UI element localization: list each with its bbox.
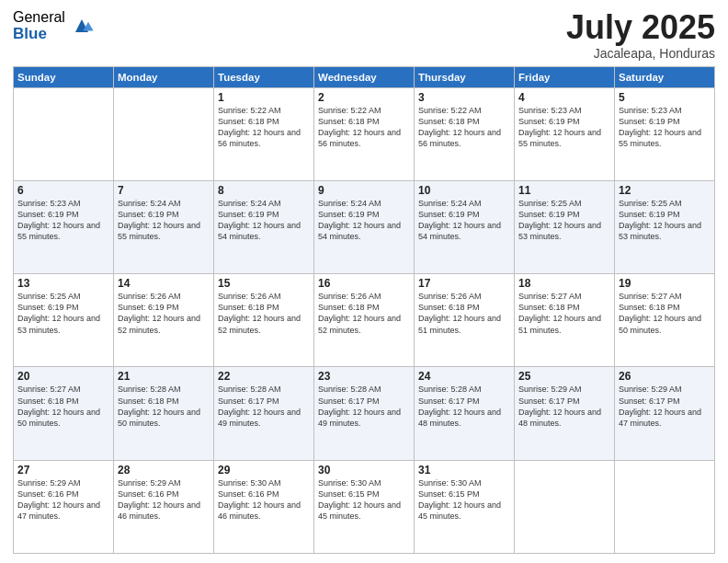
calendar-day-cell: 15Sunrise: 5:26 AMSunset: 6:18 PMDayligh… [214,274,314,367]
calendar-day-cell: 21Sunrise: 5:28 AMSunset: 6:18 PMDayligh… [114,367,214,460]
calendar-day-cell [14,87,114,180]
day-info: Sunrise: 5:30 AMSunset: 6:15 PMDaylight:… [418,477,510,523]
calendar-day-cell: 10Sunrise: 5:24 AMSunset: 6:19 PMDayligh… [415,180,515,273]
day-info: Sunrise: 5:26 AMSunset: 6:18 PMDaylight:… [218,291,310,336]
day-info: Sunrise: 5:26 AMSunset: 6:18 PMDaylight:… [318,291,410,336]
day-number: 3 [418,91,510,104]
day-of-week-header: Sunday [14,66,114,87]
calendar-day-cell: 24Sunrise: 5:28 AMSunset: 6:17 PMDayligh… [415,367,515,460]
day-number: 24 [418,370,510,383]
calendar-day-cell: 4Sunrise: 5:23 AMSunset: 6:19 PMDaylight… [515,87,615,180]
day-info: Sunrise: 5:29 AMSunset: 6:16 PMDaylight:… [17,477,109,523]
day-number: 26 [619,370,711,383]
calendar-day-cell: 22Sunrise: 5:28 AMSunset: 6:17 PMDayligh… [214,367,314,460]
day-info: Sunrise: 5:25 AMSunset: 6:19 PMDaylight:… [17,291,109,336]
day-info: Sunrise: 5:29 AMSunset: 6:17 PMDaylight:… [518,384,610,429]
calendar-day-cell: 25Sunrise: 5:29 AMSunset: 6:17 PMDayligh… [515,367,615,460]
calendar-week-row: 1Sunrise: 5:22 AMSunset: 6:18 PMDaylight… [14,87,715,180]
calendar-day-cell: 11Sunrise: 5:25 AMSunset: 6:19 PMDayligh… [515,180,615,273]
day-of-week-header: Friday [515,66,615,87]
day-info: Sunrise: 5:25 AMSunset: 6:19 PMDaylight:… [518,198,610,243]
calendar-day-cell: 27Sunrise: 5:29 AMSunset: 6:16 PMDayligh… [14,460,114,553]
logo-text: General Blue [13,9,65,42]
day-info: Sunrise: 5:28 AMSunset: 6:17 PMDaylight:… [318,384,410,429]
day-number: 5 [619,91,711,104]
day-number: 30 [318,464,410,477]
day-info: Sunrise: 5:26 AMSunset: 6:19 PMDaylight:… [118,291,210,336]
logo: General Blue [13,9,95,42]
day-number: 13 [17,277,109,290]
day-info: Sunrise: 5:25 AMSunset: 6:19 PMDaylight:… [619,198,711,243]
day-info: Sunrise: 5:23 AMSunset: 6:19 PMDaylight:… [17,198,109,243]
day-info: Sunrise: 5:27 AMSunset: 6:18 PMDaylight:… [17,384,109,429]
day-number: 14 [118,277,210,290]
day-number: 25 [518,370,610,383]
day-info: Sunrise: 5:27 AMSunset: 6:18 PMDaylight:… [518,291,610,336]
day-info: Sunrise: 5:24 AMSunset: 6:19 PMDaylight:… [218,198,310,243]
day-of-week-header: Thursday [415,66,515,87]
day-number: 23 [318,370,410,383]
day-info: Sunrise: 5:27 AMSunset: 6:18 PMDaylight:… [619,291,711,336]
main-title: July 2025 [566,9,715,46]
day-of-week-header: Wednesday [314,66,415,87]
day-number: 8 [218,184,310,197]
calendar-day-cell: 31Sunrise: 5:30 AMSunset: 6:15 PMDayligh… [415,460,515,553]
day-number: 27 [17,464,109,477]
subtitle: Jacaleapa, Honduras [566,46,715,61]
day-info: Sunrise: 5:22 AMSunset: 6:18 PMDaylight:… [418,105,510,150]
day-of-week-header: Saturday [615,66,715,87]
calendar-week-row: 20Sunrise: 5:27 AMSunset: 6:18 PMDayligh… [14,367,715,460]
day-number: 9 [318,184,410,197]
calendar-day-cell [615,460,715,553]
day-number: 28 [118,464,210,477]
calendar-day-cell: 20Sunrise: 5:27 AMSunset: 6:18 PMDayligh… [14,367,114,460]
calendar-day-cell [114,87,214,180]
day-info: Sunrise: 5:24 AMSunset: 6:19 PMDaylight:… [318,198,410,243]
calendar-day-cell: 7Sunrise: 5:24 AMSunset: 6:19 PMDaylight… [114,180,214,273]
page: General Blue July 2025 Jacaleapa, Hondur… [0,0,728,563]
day-info: Sunrise: 5:24 AMSunset: 6:19 PMDaylight:… [118,198,210,243]
day-number: 21 [118,370,210,383]
calendar-table: SundayMondayTuesdayWednesdayThursdayFrid… [13,66,715,554]
day-number: 18 [518,277,610,290]
logo-general: General [13,9,65,26]
day-info: Sunrise: 5:26 AMSunset: 6:18 PMDaylight:… [418,291,510,336]
calendar-day-cell: 18Sunrise: 5:27 AMSunset: 6:18 PMDayligh… [515,274,615,367]
calendar-header-row: SundayMondayTuesdayWednesdayThursdayFrid… [14,66,715,87]
day-number: 12 [619,184,711,197]
day-number: 31 [418,464,510,477]
day-of-week-header: Monday [114,66,214,87]
day-number: 11 [518,184,610,197]
calendar-day-cell: 1Sunrise: 5:22 AMSunset: 6:18 PMDaylight… [214,87,314,180]
calendar-day-cell: 29Sunrise: 5:30 AMSunset: 6:16 PMDayligh… [214,460,314,553]
calendar-day-cell: 17Sunrise: 5:26 AMSunset: 6:18 PMDayligh… [415,274,515,367]
day-info: Sunrise: 5:30 AMSunset: 6:16 PMDaylight:… [218,477,310,523]
day-number: 7 [118,184,210,197]
day-info: Sunrise: 5:23 AMSunset: 6:19 PMDaylight:… [619,105,711,150]
calendar-day-cell: 16Sunrise: 5:26 AMSunset: 6:18 PMDayligh… [314,274,415,367]
day-number: 16 [318,277,410,290]
calendar-day-cell: 23Sunrise: 5:28 AMSunset: 6:17 PMDayligh… [314,367,415,460]
calendar-day-cell: 19Sunrise: 5:27 AMSunset: 6:18 PMDayligh… [615,274,715,367]
day-info: Sunrise: 5:22 AMSunset: 6:18 PMDaylight:… [218,105,310,150]
calendar-week-row: 6Sunrise: 5:23 AMSunset: 6:19 PMDaylight… [14,180,715,273]
day-info: Sunrise: 5:23 AMSunset: 6:19 PMDaylight:… [518,105,610,150]
calendar-day-cell: 13Sunrise: 5:25 AMSunset: 6:19 PMDayligh… [14,274,114,367]
header: General Blue July 2025 Jacaleapa, Hondur… [13,9,715,61]
calendar-day-cell: 30Sunrise: 5:30 AMSunset: 6:15 PMDayligh… [314,460,415,553]
day-info: Sunrise: 5:29 AMSunset: 6:17 PMDaylight:… [619,384,711,429]
day-info: Sunrise: 5:28 AMSunset: 6:17 PMDaylight:… [218,384,310,429]
day-number: 22 [218,370,310,383]
day-info: Sunrise: 5:28 AMSunset: 6:18 PMDaylight:… [118,384,210,429]
calendar-day-cell: 26Sunrise: 5:29 AMSunset: 6:17 PMDayligh… [615,367,715,460]
calendar-day-cell: 9Sunrise: 5:24 AMSunset: 6:19 PMDaylight… [314,180,415,273]
day-number: 1 [218,91,310,104]
day-number: 6 [17,184,109,197]
day-info: Sunrise: 5:24 AMSunset: 6:19 PMDaylight:… [418,198,510,243]
day-number: 19 [619,277,711,290]
calendar-day-cell [515,460,615,553]
calendar-day-cell: 8Sunrise: 5:24 AMSunset: 6:19 PMDaylight… [214,180,314,273]
calendar-day-cell: 2Sunrise: 5:22 AMSunset: 6:18 PMDaylight… [314,87,415,180]
day-info: Sunrise: 5:22 AMSunset: 6:18 PMDaylight:… [318,105,410,150]
day-number: 2 [318,91,410,104]
